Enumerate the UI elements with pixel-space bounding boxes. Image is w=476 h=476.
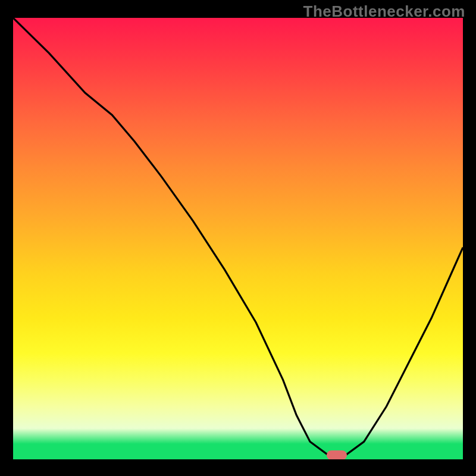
- optimal-point-marker: [327, 450, 347, 459]
- chart-frame: TheBottlenecker.com: [0, 0, 476, 476]
- bottleneck-curve: [13, 18, 463, 459]
- watermark-text: TheBottlenecker.com: [303, 2, 465, 21]
- x-axis-gutter: [0, 459, 476, 476]
- y-axis-gutter: [0, 0, 13, 476]
- plot-area: [13, 18, 463, 459]
